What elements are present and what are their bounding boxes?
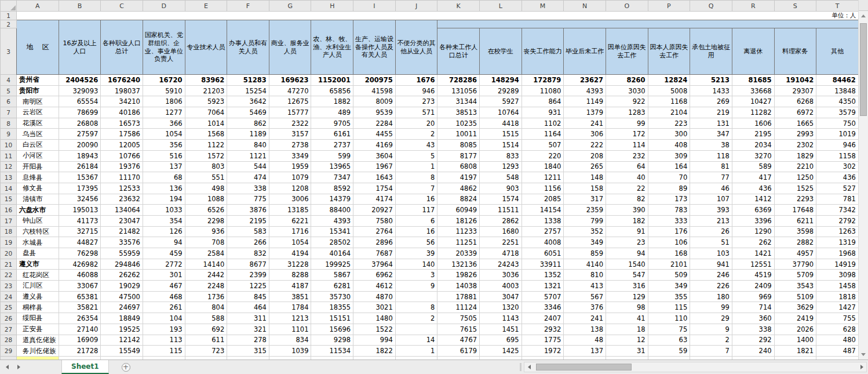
- data-cell[interactable]: 1088: [185, 194, 227, 205]
- data-cell[interactable]: 2862: [480, 215, 522, 226]
- data-cell[interactable]: 1716: [269, 226, 311, 237]
- data-cell[interactable]: 2026: [774, 324, 816, 335]
- data-cell[interactable]: 1522: [353, 324, 396, 335]
- data-cell[interactable]: 29289: [480, 85, 522, 96]
- data-cell[interactable]: 1156: [521, 183, 564, 194]
- data-cell[interactable]: 24243: [480, 259, 522, 270]
- data-cell[interactable]: 864: [521, 96, 564, 107]
- column-header-G[interactable]: G: [269, 1, 311, 12]
- data-cell[interactable]: 38513: [437, 107, 480, 118]
- data-cell[interactable]: 91: [606, 226, 648, 237]
- data-cell[interactable]: 262: [732, 237, 774, 248]
- empty-cell[interactable]: [395, 12, 437, 20]
- data-cell[interactable]: 11170: [101, 172, 143, 183]
- data-cell[interactable]: 21728: [59, 346, 101, 357]
- column-header-P[interactable]: P: [648, 1, 690, 12]
- data-cell[interactable]: 8677: [227, 259, 269, 270]
- data-cell[interactable]: 356: [143, 140, 185, 151]
- data-cell[interactable]: 16: [395, 226, 437, 237]
- data-cell[interactable]: 103: [690, 248, 732, 259]
- empty-cell[interactable]: [269, 12, 311, 20]
- data-cell[interactable]: 114: [606, 140, 648, 151]
- data-cell[interactable]: 26354: [59, 313, 101, 324]
- data-cell[interactable]: 17648: [774, 205, 816, 216]
- data-cell[interactable]: 33067: [59, 281, 101, 292]
- data-cell[interactable]: 1572: [185, 150, 227, 161]
- data-cell[interactable]: 862: [227, 118, 269, 129]
- data-cell[interactable]: 106: [648, 237, 690, 248]
- column-header-T[interactable]: T: [816, 1, 858, 12]
- data-cell[interactable]: 24697: [101, 302, 143, 313]
- data-cell[interactable]: 4174: [353, 194, 396, 205]
- header-cell[interactable]: 因单位原因失去工作: [606, 28, 648, 75]
- row-header-16[interactable]: 16: [1, 205, 17, 216]
- data-cell[interactable]: 2738: [269, 140, 311, 151]
- data-cell[interactable]: 2737: [311, 140, 353, 151]
- data-cell[interactable]: 17395: [59, 183, 101, 194]
- data-cell[interactable]: 599: [311, 150, 353, 161]
- data-cell[interactable]: 265: [564, 161, 606, 172]
- region-header-cell[interactable]: 地 区: [17, 20, 59, 75]
- data-cell[interactable]: 14140: [185, 259, 227, 270]
- data-cell[interactable]: 1480: [353, 313, 396, 324]
- data-cell[interactable]: 1775: [521, 335, 564, 346]
- data-cell[interactable]: 7580: [353, 215, 396, 226]
- data-cell[interactable]: 200975: [353, 75, 396, 86]
- data-cell[interactable]: 5707: [521, 291, 564, 302]
- data-cell[interactable]: 936: [185, 226, 227, 237]
- row-header-12[interactable]: 12: [1, 161, 17, 172]
- data-cell[interactable]: 1606: [732, 118, 774, 129]
- data-cell[interactable]: 12824: [648, 75, 690, 86]
- vertical-scrollbar[interactable]: [858, 0, 868, 360]
- data-cell[interactable]: 3598: [774, 226, 816, 237]
- data-cell[interactable]: 1338: [521, 215, 564, 226]
- column-header-N[interactable]: N: [564, 1, 606, 12]
- data-cell[interactable]: 714: [732, 302, 774, 313]
- column-header-L[interactable]: L: [480, 1, 522, 12]
- data-cell[interactable]: 408: [648, 140, 690, 151]
- data-cell[interactable]: 4194: [269, 248, 311, 259]
- data-cell[interactable]: 76298: [59, 248, 101, 259]
- data-cell[interactable]: 5213: [690, 75, 732, 86]
- data-cell[interactable]: 199925: [311, 259, 353, 270]
- row-header-23[interactable]: 23: [1, 281, 17, 292]
- data-cell[interactable]: 137: [143, 161, 185, 172]
- row-header-20[interactable]: 20: [1, 248, 17, 259]
- data-cell[interactable]: 417: [732, 172, 774, 183]
- data-cell[interactable]: 1213: [269, 313, 311, 324]
- data-cell[interactable]: 393: [690, 205, 732, 216]
- row-header-29[interactable]: 29: [1, 346, 17, 357]
- data-cell[interactable]: 6051: [521, 248, 564, 259]
- data-cell[interactable]: 2: [690, 335, 732, 346]
- data-cell[interactable]: 498: [185, 183, 227, 194]
- data-cell[interactable]: 20090: [59, 140, 101, 151]
- empty-cell[interactable]: [732, 12, 774, 20]
- data-cell[interactable]: 413: [564, 281, 606, 292]
- data-cell[interactable]: 1968: [816, 248, 858, 259]
- data-cell[interactable]: 832: [227, 248, 269, 259]
- header-cell[interactable]: 农、林、牧、渔、水利业生产人员: [311, 20, 353, 75]
- data-cell[interactable]: 33576: [101, 237, 143, 248]
- data-cell[interactable]: 16573: [101, 118, 143, 129]
- data-cell[interactable]: 94: [143, 237, 185, 248]
- empty-cell[interactable]: [59, 12, 101, 20]
- data-cell[interactable]: 88400: [311, 205, 353, 216]
- data-cell[interactable]: 4393: [311, 215, 353, 226]
- data-cell[interactable]: 40164: [311, 248, 353, 259]
- data-cell[interactable]: 118: [690, 150, 732, 161]
- data-cell[interactable]: 13848: [816, 85, 858, 96]
- header-cell[interactable]: 办事人员和有关人员: [227, 20, 269, 75]
- data-cell[interactable]: 16909: [59, 335, 101, 346]
- data-cell[interactable]: 117: [395, 205, 437, 216]
- data-cell[interactable]: 845: [227, 291, 269, 302]
- data-cell[interactable]: 137: [564, 346, 606, 357]
- data-cell[interactable]: 1574: [480, 194, 522, 205]
- data-cell[interactable]: 1643: [353, 172, 396, 183]
- data-cell[interactable]: 459: [143, 248, 185, 259]
- data-cell[interactable]: 17586: [101, 129, 143, 140]
- data-cell[interactable]: 11282: [732, 107, 774, 118]
- row-header-19[interactable]: 19: [1, 237, 17, 248]
- data-cell[interactable]: 16: [395, 194, 437, 205]
- region-cell[interactable]: 南明区: [17, 96, 59, 107]
- data-cell[interactable]: 48: [564, 335, 606, 346]
